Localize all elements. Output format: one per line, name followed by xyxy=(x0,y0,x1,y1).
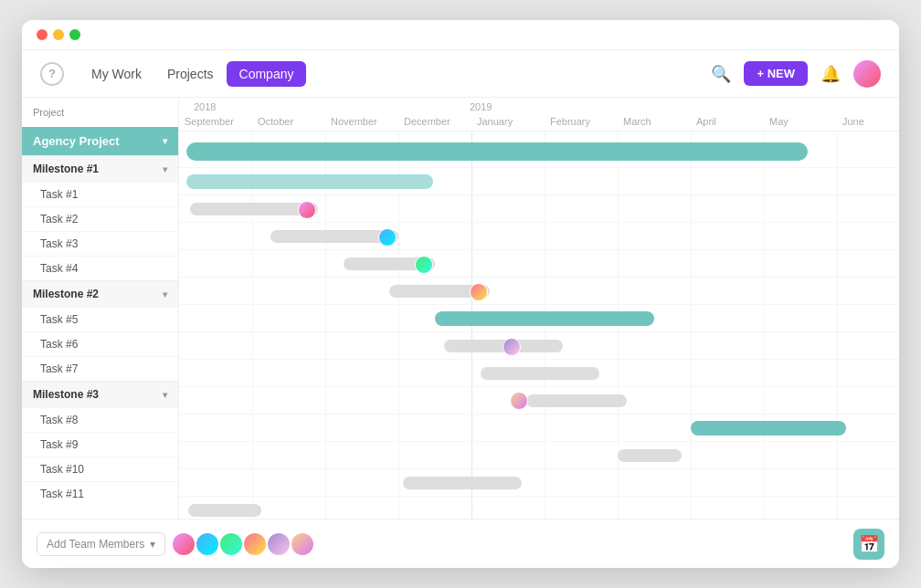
task-3-avatar xyxy=(415,256,433,274)
nav-projects[interactable]: Projects xyxy=(154,61,227,87)
nav-company[interactable]: Company xyxy=(227,61,307,87)
task-9-row[interactable]: Task #9 xyxy=(22,432,178,457)
new-button[interactable]: + NEW xyxy=(744,61,808,86)
task-8-bar xyxy=(618,449,682,462)
agency-project-chevron: ▾ xyxy=(163,136,167,146)
task-4-row[interactable]: Task #4 xyxy=(22,256,178,280)
milestone-1-row[interactable]: Milestone #1 ▾ xyxy=(22,155,178,182)
milestone-3-label: Milestone #3 xyxy=(33,388,99,401)
gantt-body xyxy=(179,131,899,519)
task-3-bar-row xyxy=(179,250,899,278)
traffic-lights xyxy=(37,29,80,40)
task-3-row[interactable]: Task #3 xyxy=(22,231,178,256)
task-5-row[interactable]: Task #5 xyxy=(22,307,178,331)
nav-my-work[interactable]: My Work xyxy=(79,61,154,87)
agency-project-bar xyxy=(186,142,808,161)
gantt-area[interactable]: 2018 2019 September October November Dec… xyxy=(179,98,899,519)
month-sep: September xyxy=(179,116,252,127)
task-9-bar xyxy=(403,477,522,489)
maximize-button[interactable] xyxy=(69,29,80,40)
task-10-row[interactable]: Task #10 xyxy=(22,457,178,481)
agency-project-label: Agency Project xyxy=(33,134,120,148)
project-column-header: Project xyxy=(22,98,178,127)
task-1-bar-row xyxy=(179,195,899,223)
task-7-bar xyxy=(526,394,627,407)
team-avatar-2 xyxy=(195,531,220,557)
task-6-bar-row xyxy=(179,360,899,387)
month-may: May xyxy=(764,116,837,127)
milestone-1-bar-row xyxy=(179,168,899,195)
help-button[interactable]: ? xyxy=(40,62,64,86)
month-feb: February xyxy=(545,116,618,127)
task-5-bar-row xyxy=(179,332,899,360)
task-2-bar-row xyxy=(179,223,899,250)
month-mar: March xyxy=(618,116,691,127)
app-window: ? My Work Projects Company 🔍 + NEW 🔔 Pro… xyxy=(22,20,899,568)
milestone-3-bar-row xyxy=(179,415,899,442)
milestone-3-chevron: ▾ xyxy=(163,390,167,400)
task-2-row[interactable]: Task #2 xyxy=(22,206,178,231)
month-apr: April xyxy=(691,116,764,127)
footer-left: Add Team Members ▾ xyxy=(37,531,315,557)
footer-right: 📅 xyxy=(853,529,884,560)
add-team-label: Add Team Members xyxy=(47,538,144,551)
footer: Add Team Members ▾ 📅 xyxy=(22,519,899,568)
task-5-avatar xyxy=(503,338,521,356)
task-4-avatar xyxy=(470,283,488,301)
milestone-2-bar-row xyxy=(179,305,899,332)
team-avatar-5 xyxy=(266,531,291,557)
team-avatar-1 xyxy=(171,531,196,557)
task-1-row[interactable]: Task #1 xyxy=(22,182,178,206)
calendar-icon[interactable]: 📅 xyxy=(853,529,884,560)
year-2019: 2019 xyxy=(462,98,492,112)
minimize-button[interactable] xyxy=(53,29,64,40)
month-row: September October November December Janu… xyxy=(179,114,899,131)
milestone-1-label: Milestone #1 xyxy=(33,163,99,175)
team-avatar-6 xyxy=(290,531,315,557)
milestone-2-row[interactable]: Milestone #2 ▾ xyxy=(22,280,178,307)
milestone-2-bar xyxy=(435,311,654,326)
task-4-bar-row xyxy=(179,278,899,305)
month-oct: October xyxy=(252,116,325,127)
main-content: Project Agency Project ▾ Milestone #1 ▾ … xyxy=(22,98,899,519)
close-button[interactable] xyxy=(37,29,48,40)
task-8-bar-row xyxy=(179,442,899,469)
year-2018: 2018 xyxy=(186,98,216,112)
milestone-2-chevron: ▾ xyxy=(163,289,167,299)
task-9-bar-row xyxy=(179,469,899,497)
nav-bar: ? My Work Projects Company 🔍 + NEW 🔔 xyxy=(22,50,899,98)
task-11-row[interactable]: Task #11 xyxy=(22,481,178,506)
search-icon[interactable]: 🔍 xyxy=(711,64,731,84)
task-6-bar xyxy=(481,367,599,380)
task-2-avatar xyxy=(378,228,397,247)
left-panel: Project Agency Project ▾ Milestone #1 ▾ … xyxy=(22,98,179,519)
gantt-header: 2018 2019 September October November Dec… xyxy=(179,98,899,131)
task-10-bar xyxy=(188,504,261,517)
team-avatars xyxy=(175,531,315,557)
user-avatar[interactable] xyxy=(853,60,881,88)
milestone-1-chevron: ▾ xyxy=(163,164,167,174)
task-10-bar-row xyxy=(179,497,899,519)
task-7-row[interactable]: Task #7 xyxy=(22,356,178,381)
month-jan: January xyxy=(471,116,545,127)
month-dec: December xyxy=(398,116,471,127)
task-7-avatar xyxy=(510,392,528,410)
title-bar xyxy=(22,20,899,50)
bell-icon[interactable]: 🔔 xyxy=(820,64,841,84)
month-nov: November xyxy=(325,116,398,127)
agency-project-row[interactable]: Agency Project ▾ xyxy=(22,127,178,155)
milestone-3-bar xyxy=(691,421,846,436)
task-8-row[interactable]: Task #8 xyxy=(22,407,178,432)
agency-project-bar-row xyxy=(179,135,899,168)
nav-right: 🔍 + NEW 🔔 xyxy=(711,60,881,88)
task-1-avatar xyxy=(298,201,316,219)
milestone-1-bar xyxy=(186,174,433,189)
milestone-2-label: Milestone #2 xyxy=(33,288,99,300)
month-jun: June xyxy=(837,116,899,127)
milestone-3-row[interactable]: Milestone #3 ▾ xyxy=(22,381,178,407)
team-avatar-3 xyxy=(218,531,244,557)
task-6-row[interactable]: Task #6 xyxy=(22,331,178,356)
task-7-bar-row xyxy=(179,387,899,415)
add-team-members-dropdown[interactable]: Add Team Members ▾ xyxy=(37,532,165,556)
team-dropdown-chevron: ▾ xyxy=(150,538,155,551)
